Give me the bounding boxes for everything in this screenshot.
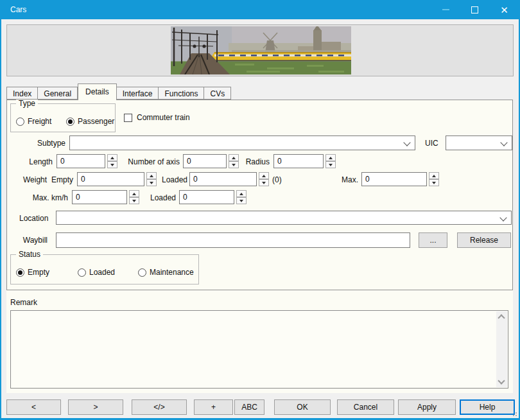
- status-groupbox: Status Empty Loaded Maintenance: [10, 254, 199, 284]
- max-kmh-spinner: [129, 190, 139, 204]
- type-groupbox: Type Freight Passenger: [10, 103, 116, 132]
- remark-textarea[interactable]: [10, 310, 508, 389]
- abc-button[interactable]: ABC: [234, 399, 264, 415]
- title-bar: Cars ✕: [0, 0, 520, 19]
- remark-scrollbar[interactable]: [496, 311, 507, 387]
- spin-down-icon[interactable]: [236, 197, 247, 204]
- spin-up-icon[interactable]: [236, 190, 247, 197]
- waybill-release-button[interactable]: Release: [457, 232, 511, 248]
- passenger-radio-label: Passenger: [78, 117, 114, 127]
- subtype-combobox[interactable]: [69, 136, 415, 150]
- tab-details[interactable]: Details: [78, 83, 117, 100]
- spin-down-icon[interactable]: [325, 161, 336, 168]
- spin-up-icon[interactable]: [259, 172, 269, 179]
- weight-loaded-label: Loaded: [162, 175, 187, 185]
- banner-photo: [171, 26, 351, 74]
- weight-max-spinner: [429, 172, 439, 186]
- chevron-down-icon: [403, 139, 410, 146]
- minimize-button[interactable]: [431, 0, 460, 19]
- spin-down-icon[interactable]: [429, 179, 439, 186]
- spin-down-icon[interactable]: [146, 179, 157, 186]
- add-button[interactable]: +: [194, 399, 233, 415]
- code-button[interactable]: </>: [132, 399, 187, 415]
- max-kmh-label: Max. km/h: [21, 193, 68, 203]
- weight-label: Weight: [23, 175, 47, 185]
- tab-cvs[interactable]: CVs: [204, 87, 231, 100]
- weight-max-label: Max.: [340, 175, 358, 185]
- scroll-up-icon[interactable]: [498, 314, 505, 321]
- cars-dialog-window: Cars ✕: [0, 0, 520, 420]
- close-button[interactable]: ✕: [490, 0, 519, 19]
- type-group-label: Type: [16, 99, 38, 109]
- apply-button[interactable]: Apply: [398, 399, 456, 415]
- max-kmh-input[interactable]: 0: [72, 190, 127, 204]
- axes-input[interactable]: 0: [183, 154, 227, 168]
- chevron-down-icon: [499, 214, 507, 221]
- prev-button[interactable]: <: [6, 399, 61, 415]
- spin-up-icon[interactable]: [229, 154, 239, 161]
- spin-up-icon[interactable]: [325, 154, 336, 161]
- max-kmh-loaded-spinner: [236, 190, 247, 204]
- weight-empty-spinner: [146, 172, 157, 186]
- window-title: Cars: [10, 5, 26, 14]
- tab-general[interactable]: General: [38, 87, 78, 100]
- spin-up-icon[interactable]: [429, 172, 439, 179]
- axes-spinner: [229, 154, 239, 168]
- close-icon: ✕: [500, 5, 508, 15]
- spin-down-icon[interactable]: [259, 179, 269, 186]
- length-input[interactable]: 0: [56, 154, 105, 168]
- status-group-label: Status: [16, 250, 43, 259]
- minimize-icon: [442, 9, 449, 10]
- max-kmh-loaded-input[interactable]: 0: [179, 190, 234, 204]
- length-spinner: [107, 154, 117, 168]
- weight-loaded-note: (0): [272, 175, 282, 185]
- spin-down-icon[interactable]: [107, 161, 117, 168]
- status-loaded-label: Loaded: [89, 268, 115, 277]
- commuter-train-checkbox[interactable]: [124, 114, 132, 122]
- tab-index[interactable]: Index: [6, 87, 38, 100]
- status-maintenance-radio[interactable]: [138, 268, 146, 277]
- spin-up-icon[interactable]: [146, 172, 157, 179]
- status-empty-radio[interactable]: [16, 268, 24, 277]
- weight-max-input[interactable]: 0: [361, 172, 427, 186]
- weight-empty-input[interactable]: 0: [77, 172, 144, 186]
- spin-up-icon[interactable]: [107, 154, 117, 161]
- scroll-down-icon[interactable]: [498, 377, 505, 384]
- length-label: Length: [14, 157, 53, 167]
- waybill-browse-button[interactable]: ...: [419, 232, 447, 248]
- resize-grip-icon[interactable]: [510, 410, 517, 416]
- location-label: Location: [19, 214, 48, 223]
- location-combobox[interactable]: [56, 211, 512, 225]
- next-button[interactable]: >: [68, 399, 123, 415]
- commuter-train-label: Commuter train: [137, 113, 190, 123]
- spin-down-icon[interactable]: [129, 197, 139, 204]
- train-photo-illustration: [171, 26, 351, 74]
- passenger-radio[interactable]: [66, 118, 74, 126]
- status-empty-label: Empty: [28, 268, 49, 277]
- freight-radio[interactable]: [16, 118, 24, 126]
- radius-input[interactable]: 0: [273, 154, 324, 168]
- remark-label: Remark: [10, 298, 37, 308]
- chevron-down-icon: [500, 139, 507, 146]
- status-loaded-radio[interactable]: [78, 268, 86, 277]
- tab-interface[interactable]: Interface: [117, 87, 159, 100]
- status-maintenance-label: Maintenance: [150, 268, 194, 277]
- weight-loaded-input[interactable]: 0: [189, 172, 257, 186]
- weight-loaded-spinner: [259, 172, 269, 186]
- waybill-input[interactable]: [56, 232, 410, 248]
- maximize-button[interactable]: [460, 0, 489, 19]
- tab-functions[interactable]: Functions: [159, 87, 204, 100]
- max-kmh-loaded-label: Loaded: [150, 193, 176, 203]
- ok-button[interactable]: OK: [274, 399, 331, 415]
- cancel-button[interactable]: Cancel: [337, 399, 394, 415]
- uic-label: UIC: [425, 139, 438, 148]
- help-button[interactable]: Help: [460, 399, 515, 415]
- freight-radio-label: Freight: [28, 117, 51, 127]
- spin-down-icon[interactable]: [229, 161, 239, 168]
- uic-combobox[interactable]: [446, 136, 512, 150]
- radius-label: Radius: [243, 157, 270, 167]
- spin-up-icon[interactable]: [129, 190, 139, 197]
- axes-label: Number of axis: [123, 157, 180, 167]
- subtype-label: Subtype: [21, 139, 65, 148]
- maximize-icon: [471, 6, 478, 13]
